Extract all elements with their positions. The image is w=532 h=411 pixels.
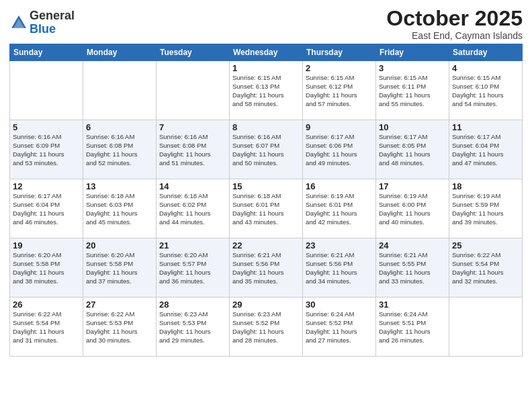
cell-1-2 (83, 61, 157, 120)
day-info-line: Sunrise: 6:22 AM (452, 251, 519, 260)
header-friday: Friday (376, 44, 449, 61)
day-info-line: Daylight: 11 hours (13, 150, 80, 159)
day-info-line: Daylight: 11 hours (86, 328, 153, 336)
day-info-line: Daylight: 11 hours (306, 91, 373, 100)
day-info-line: and 50 minutes. (232, 159, 300, 168)
cell-1-7: 4Sunrise: 6:15 AMSunset: 6:10 PMDaylight… (449, 61, 523, 120)
day-number: 9 (306, 122, 373, 132)
cell-4-6: 24Sunrise: 6:21 AMSunset: 5:55 PMDayligh… (376, 238, 449, 298)
cell-3-1: 12Sunrise: 6:17 AMSunset: 6:04 PMDayligh… (10, 179, 83, 238)
day-info-line: and 34 minutes. (306, 277, 373, 286)
day-info-line: Sunrise: 6:15 AM (306, 74, 373, 83)
header-thursday: Thursday (303, 44, 376, 61)
day-info-line: Daylight: 11 hours (13, 328, 80, 336)
cell-1-1 (10, 61, 83, 120)
day-info-line: Daylight: 11 hours (452, 210, 519, 218)
day-info-line: Sunset: 6:00 PM (379, 201, 446, 210)
day-info-line: Daylight: 11 hours (379, 210, 446, 218)
day-info-line: Daylight: 11 hours (13, 269, 80, 277)
day-info-line: Daylight: 11 hours (232, 328, 300, 336)
cell-4-7: 25Sunrise: 6:22 AMSunset: 5:54 PMDayligh… (449, 238, 523, 298)
cell-4-2: 20Sunrise: 6:20 AMSunset: 5:58 PMDayligh… (83, 238, 157, 298)
day-info-line: Daylight: 11 hours (159, 269, 226, 277)
day-info-line: and 33 minutes. (379, 277, 446, 286)
day-info-line: Sunrise: 6:16 AM (232, 133, 300, 142)
day-info-line: Daylight: 11 hours (232, 91, 300, 100)
day-number: 16 (306, 181, 373, 191)
day-info-line: Daylight: 11 hours (13, 210, 80, 218)
day-info-line: Daylight: 11 hours (232, 150, 300, 159)
cell-5-6: 31Sunrise: 6:24 AMSunset: 5:51 PMDayligh… (376, 298, 449, 357)
day-info-line: Sunrise: 6:16 AM (159, 133, 226, 142)
day-info-line: Sunset: 5:57 PM (159, 260, 226, 269)
day-info-line: Sunset: 5:56 PM (306, 260, 373, 269)
month-title: October 2025 (386, 7, 523, 30)
day-info-line: Daylight: 11 hours (86, 269, 153, 277)
day-info-line: and 53 minutes. (13, 159, 80, 168)
day-info-line: Sunrise: 6:18 AM (86, 192, 153, 201)
header-wednesday: Wednesday (230, 44, 303, 61)
header-saturday: Saturday (449, 44, 523, 61)
day-info-line: Sunset: 5:53 PM (159, 319, 226, 328)
day-number: 24 (379, 240, 446, 250)
cell-1-3 (157, 61, 230, 120)
day-info-line: Sunrise: 6:20 AM (159, 251, 226, 260)
day-info-line: Sunrise: 6:19 AM (452, 192, 519, 201)
cell-2-6: 10Sunrise: 6:17 AMSunset: 6:05 PMDayligh… (376, 120, 449, 179)
cell-3-3: 14Sunrise: 6:18 AMSunset: 6:02 PMDayligh… (157, 179, 230, 238)
day-info-line: Sunrise: 6:17 AM (379, 133, 446, 142)
day-info-line: Sunset: 6:04 PM (13, 201, 80, 210)
day-info-line: Sunrise: 6:18 AM (159, 192, 226, 201)
day-info-line: Daylight: 11 hours (379, 91, 446, 100)
logo-blue: Blue (30, 22, 56, 36)
days-header-row: Sunday Monday Tuesday Wednesday Thursday… (10, 44, 523, 61)
cell-2-1: 5Sunrise: 6:16 AMSunset: 6:09 PMDaylight… (10, 120, 83, 179)
day-info-line: and 32 minutes. (452, 277, 519, 286)
cell-4-4: 22Sunrise: 6:21 AMSunset: 5:56 PMDayligh… (230, 238, 303, 298)
header-sunday: Sunday (10, 44, 83, 61)
day-number: 4 (452, 63, 519, 73)
day-info-line: Sunset: 5:54 PM (452, 260, 519, 269)
day-info-line: Sunset: 5:58 PM (13, 260, 80, 269)
day-info-line: and 47 minutes. (452, 159, 519, 168)
day-number: 17 (379, 181, 446, 191)
day-number: 19 (13, 240, 80, 250)
day-number: 7 (159, 122, 226, 132)
day-info-line: Sunrise: 6:18 AM (232, 192, 300, 201)
day-number: 21 (159, 240, 226, 250)
day-info-line: Sunset: 5:58 PM (86, 260, 153, 269)
day-number: 26 (13, 300, 80, 310)
cell-3-7: 18Sunrise: 6:19 AMSunset: 5:59 PMDayligh… (449, 179, 523, 238)
logo-general: General (30, 9, 75, 22)
day-number: 14 (159, 181, 226, 191)
day-info-line: Sunset: 6:13 PM (232, 83, 300, 91)
day-number: 22 (232, 240, 300, 250)
day-info-line: Sunrise: 6:24 AM (306, 310, 373, 319)
day-info-line: Sunrise: 6:22 AM (86, 310, 153, 319)
header-tuesday: Tuesday (157, 44, 230, 61)
day-info-line: Sunrise: 6:21 AM (232, 251, 300, 260)
day-info-line: Sunset: 6:09 PM (13, 142, 80, 150)
day-info-line: and 51 minutes. (159, 159, 226, 168)
day-info-line: Sunrise: 6:17 AM (452, 133, 519, 142)
day-number: 1 (232, 63, 300, 73)
logo-icon (9, 13, 28, 32)
day-info-line: and 27 minutes. (306, 336, 373, 345)
page-container: General Blue October 2025 East End, Caym… (0, 0, 532, 362)
day-info-line: and 28 minutes. (232, 336, 300, 345)
day-info-line: Sunset: 6:01 PM (232, 201, 300, 210)
week-row-4: 19Sunrise: 6:20 AMSunset: 5:58 PMDayligh… (10, 238, 523, 298)
day-number: 11 (452, 122, 519, 132)
day-info-line: and 31 minutes. (13, 336, 80, 345)
day-info-line: and 30 minutes. (86, 336, 153, 345)
day-number: 29 (232, 300, 300, 310)
day-info-line: Daylight: 11 hours (379, 269, 446, 277)
day-info-line: and 38 minutes. (13, 277, 80, 286)
day-info-line: Daylight: 11 hours (159, 328, 226, 336)
cell-2-7: 11Sunrise: 6:17 AMSunset: 6:04 PMDayligh… (449, 120, 523, 179)
day-info-line: Sunset: 6:07 PM (232, 142, 300, 150)
header: General Blue October 2025 East End, Caym… (9, 7, 523, 41)
logo-text: General Blue (30, 9, 75, 36)
day-info-line: Sunset: 5:52 PM (306, 319, 373, 328)
day-info-line: Sunset: 6:06 PM (306, 142, 373, 150)
